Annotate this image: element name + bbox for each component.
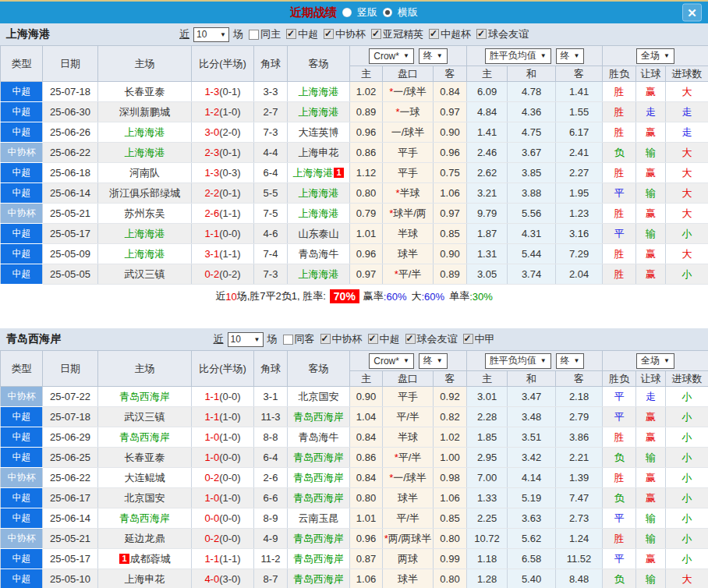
result-cell: 平 — [603, 407, 636, 427]
radio-vertical-layout[interactable] — [342, 8, 352, 17]
match-count-select[interactable]: 10▼ — [193, 27, 229, 42]
avg-away-cell: 11.52 — [556, 549, 603, 569]
chevron-down-icon: ▼ — [437, 52, 443, 59]
league-filter[interactable]: 中超 — [281, 28, 318, 40]
avg-home-cell: 6.09 — [467, 82, 508, 102]
col-away: 客场 — [288, 46, 350, 82]
league-filter[interactable]: 球会友谊 — [471, 28, 529, 40]
checkbox-icon[interactable] — [371, 29, 381, 39]
sub-avg-home: 主 — [467, 371, 508, 387]
avg-draw-cell: 3.47 — [508, 387, 556, 407]
league-filter[interactable]: 中协杯 — [315, 333, 363, 345]
avg-draw-cell: 3.88 — [508, 183, 556, 204]
league-badge: 中超 — [1, 549, 43, 569]
close-icon: ✕ — [687, 5, 697, 19]
away-odds-cell: 0.80 — [434, 569, 467, 588]
same-venue-checkbox[interactable] — [249, 30, 259, 40]
away-odds-cell: 0.97 — [434, 204, 467, 224]
fulltime-score: 0-2 — [204, 533, 219, 544]
near-link[interactable]: 近 — [179, 27, 189, 41]
checkbox-icon[interactable] — [476, 29, 487, 39]
league-filter[interactable]: 中超杯 — [423, 28, 471, 40]
match-count-select[interactable]: 10▼ — [228, 332, 264, 347]
fulltime-dropdown[interactable]: 全场▼ — [636, 48, 674, 64]
fulltime-score: 0-0 — [204, 512, 219, 524]
odds-final-dropdown[interactable]: 终▼ — [419, 353, 448, 369]
fulltime-score: 1-1 — [204, 553, 219, 565]
same-venue-checkbox[interactable] — [283, 335, 293, 345]
checkbox-icon[interactable] — [286, 29, 296, 39]
home-team-name: 武汉三镇 — [125, 268, 165, 280]
checkbox-icon[interactable] — [368, 334, 378, 344]
avg-final-dropdown[interactable]: 终▼ — [556, 48, 585, 64]
corner-cell: 7-5 — [254, 204, 288, 224]
home-team-cell: 延边龙鼎 — [98, 529, 192, 549]
sub-handicap-result: 让球 — [636, 371, 666, 387]
handicap-result-cell: 赢 — [636, 407, 666, 427]
home-team-cell: 上海海港 — [98, 224, 192, 244]
handicap-text: 平/半 — [396, 512, 419, 524]
home-team-cell: 长春亚泰 — [98, 82, 192, 102]
handicap-text: 平/半 — [398, 452, 422, 463]
checkbox-icon[interactable] — [429, 29, 439, 39]
halftime-score: (0-1) — [219, 187, 240, 199]
handicap-result-cell: 走 — [636, 102, 666, 122]
horizontal-layout-label[interactable]: 横版 — [398, 5, 418, 19]
chevron-down-icon: ▼ — [437, 357, 443, 364]
away-odds-cell: 0.85 — [434, 224, 467, 244]
avg-dropdown[interactable]: 胜平负均值▼ — [485, 48, 551, 64]
result-cell: 胜 — [603, 163, 636, 183]
checkbox-icon[interactable] — [405, 334, 416, 344]
home-odds-cell: 0.96 — [350, 244, 383, 264]
handicap-text: 一/球半 — [393, 86, 427, 97]
away-odds-cell: 0.84 — [434, 82, 467, 102]
league-filter[interactable]: 中超 — [363, 333, 400, 345]
league-filter-label: 球会友谊 — [488, 28, 529, 40]
match-date: 25-05-21 — [43, 529, 98, 549]
close-button[interactable]: ✕ — [682, 4, 702, 22]
checkbox-icon[interactable] — [324, 29, 334, 39]
handicap-text: 一球 — [400, 106, 420, 118]
vertical-layout-label[interactable]: 竖版 — [357, 5, 377, 19]
league-filter-label: 中协杯 — [335, 28, 366, 40]
avg-final-dropdown[interactable]: 终▼ — [556, 353, 585, 369]
handicap-cell: *半球 — [383, 183, 434, 204]
away-team-name: 青岛西海岸 — [293, 452, 344, 463]
match-date: 25-05-17 — [43, 224, 98, 244]
same-venue-label[interactable]: 同主 — [260, 27, 281, 41]
odds-company-dropdown[interactable]: Crow*▼ — [369, 353, 414, 369]
avg-away-cell: 3.16 — [556, 224, 603, 244]
league-badge: 中超 — [1, 407, 43, 427]
avg-draw-cell: 3.51 — [508, 427, 556, 448]
same-venue-label[interactable]: 同客 — [295, 332, 315, 346]
avg-home-cell: 1.41 — [467, 122, 508, 143]
corner-cell: 11-2 — [254, 549, 288, 569]
fulltime-dropdown[interactable]: 全场▼ — [636, 353, 674, 369]
handicap-win-label: 赢率 — [363, 289, 384, 303]
match-row: 中超 25-05-17 上海海港 1-1(0-0) 4-6 山东泰山 1.01 … — [1, 224, 708, 244]
home-team-name: 上海海港 — [125, 248, 165, 260]
score-cell: 2-3(0-1) — [192, 143, 254, 163]
halftime-score: (3-0) — [219, 573, 240, 585]
score-cell: 2-2(0-1) — [192, 183, 254, 204]
avg-draw-cell: 5.40 — [508, 569, 556, 588]
rank-badge: 1 — [334, 168, 343, 178]
odds-company-dropdown[interactable]: Crow*▼ — [369, 48, 414, 64]
corner-cell: 2-6 — [254, 468, 288, 488]
league-filter[interactable]: 中甲 — [458, 333, 495, 345]
checkbox-icon[interactable] — [463, 334, 473, 344]
near-link[interactable]: 近 — [214, 332, 224, 346]
league-filter[interactable]: 亚冠精英 — [366, 28, 423, 40]
odds-final-dropdown[interactable]: 终▼ — [419, 48, 448, 64]
corner-cell: 5-5 — [254, 183, 288, 204]
radio-horizontal-layout[interactable] — [383, 8, 392, 17]
fulltime-score: 1-0 — [204, 492, 219, 504]
checkbox-icon[interactable] — [320, 334, 331, 344]
match-row: 中超 25-07-18 武汉三镇 1-1(1-0) 11-3 青岛西海岸 1.0… — [1, 407, 708, 427]
league-filter[interactable]: 球会友谊 — [400, 333, 458, 345]
league-filter[interactable]: 中协杯 — [318, 28, 366, 40]
avg-dropdown[interactable]: 胜平负均值▼ — [485, 353, 551, 369]
match-date: 25-06-14 — [43, 183, 98, 204]
match-date: 25-06-30 — [43, 102, 98, 122]
away-team-name: 上海海港 — [299, 187, 339, 199]
